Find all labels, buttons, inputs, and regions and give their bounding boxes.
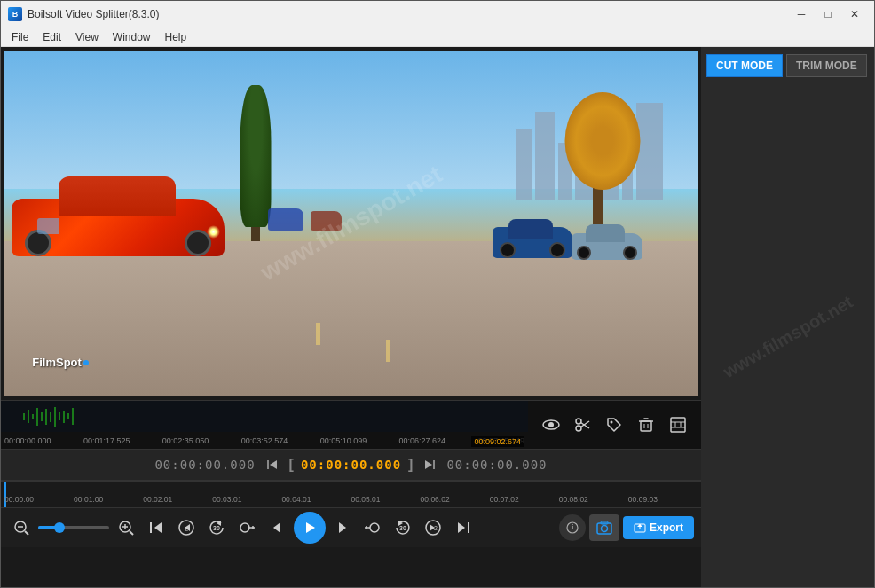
export-label: Export bbox=[650, 521, 683, 534]
tl-marker-4: 00:05:10.099 bbox=[320, 436, 367, 445]
forward-30s-button[interactable]: 30 bbox=[390, 514, 416, 541]
wb bbox=[63, 411, 65, 423]
skip-start-icon bbox=[148, 520, 164, 536]
play-button[interactable] bbox=[294, 512, 326, 544]
bg-car-1 bbox=[268, 208, 303, 231]
prev-segment-button[interactable]: 2 bbox=[173, 514, 200, 541]
next-segment-icon: 2 bbox=[424, 519, 442, 537]
step-forward-button[interactable] bbox=[329, 514, 356, 541]
silver-car bbox=[572, 221, 642, 265]
svg-text:30: 30 bbox=[213, 525, 220, 531]
menu-bar: File Edit View Window Help bbox=[1, 27, 874, 47]
rewind-30s-button[interactable]: 30 bbox=[203, 514, 230, 541]
wb bbox=[23, 413, 25, 420]
svg-line-23 bbox=[25, 531, 28, 535]
svg-text:2: 2 bbox=[434, 525, 438, 531]
scissors-icon bbox=[574, 416, 592, 434]
end-timecode[interactable]: 00:00:00.000 bbox=[446, 458, 547, 472]
timeline-bar[interactable]: 00:00:00.000 00:01:17.525 00:02:35.050 0… bbox=[1, 400, 701, 449]
svg-marker-40 bbox=[339, 522, 346, 533]
timecode-row: 00:00:00.000 [ 00:00:00.000 ] 00:00: bbox=[1, 449, 701, 481]
menu-edit[interactable]: Edit bbox=[35, 29, 68, 45]
key-right-button[interactable] bbox=[359, 514, 386, 541]
waveform-bars bbox=[4, 401, 92, 432]
ruler-tick-2: 00:02:01 bbox=[143, 495, 212, 504]
step-forward-icon bbox=[335, 521, 350, 535]
current-timecode[interactable]: 00:00:00.000 bbox=[301, 458, 401, 472]
red-car-roof bbox=[59, 176, 176, 216]
start-timecode[interactable]: 00:00:00.000 bbox=[154, 458, 255, 472]
delete-button[interactable] bbox=[634, 412, 658, 437]
cut-button[interactable] bbox=[571, 412, 595, 437]
svg-marker-39 bbox=[306, 522, 315, 533]
headlight-glare bbox=[207, 225, 220, 239]
svg-marker-38 bbox=[273, 522, 280, 533]
video-player[interactable]: www.filmspot.net FilmSpot bbox=[4, 51, 698, 396]
right-panel: CUT MODE TRIM MODE www.filmspot.net bbox=[701, 47, 874, 588]
snapshot-button[interactable] bbox=[589, 514, 619, 541]
eye-icon bbox=[542, 416, 560, 434]
ruler-tick-0: 00:00:00 bbox=[4, 495, 74, 504]
svg-point-1 bbox=[548, 422, 554, 427]
zoom-out-icon bbox=[13, 520, 29, 536]
wb bbox=[54, 407, 56, 427]
ruler-tick-8: 00:08:02 bbox=[559, 495, 628, 504]
step-back-button[interactable] bbox=[264, 514, 290, 541]
video-frame: www.filmspot.net FilmSpot bbox=[4, 51, 698, 396]
zoom-in-button[interactable] bbox=[113, 514, 139, 541]
wb bbox=[67, 413, 69, 419]
timeline-section: 00:00:00.000 00:01:17.525 00:02:35.050 0… bbox=[1, 400, 701, 547]
key-left-button[interactable] bbox=[233, 514, 260, 541]
info-button[interactable] bbox=[559, 514, 586, 541]
menu-view[interactable]: View bbox=[68, 29, 106, 45]
bracket-close: ] bbox=[408, 457, 413, 473]
maximize-button[interactable]: □ bbox=[816, 4, 840, 25]
controls-bar: 2 30 bbox=[1, 507, 701, 547]
svg-point-41 bbox=[370, 523, 379, 532]
export-button[interactable]: Export bbox=[623, 516, 694, 539]
blue-car-1 bbox=[493, 216, 572, 265]
go-end-button[interactable] bbox=[420, 455, 439, 474]
step-back-icon bbox=[270, 521, 284, 535]
tl-marker-0: 00:00:00.000 bbox=[4, 436, 51, 445]
app-title: Boilsoft Video Splitter(8.3.0) bbox=[28, 8, 789, 20]
ruler-tick-6: 00:06:02 bbox=[421, 495, 490, 504]
wb bbox=[41, 412, 43, 421]
info-icon bbox=[566, 521, 579, 534]
main-area: www.filmspot.net FilmSpot bbox=[1, 47, 874, 588]
tag-icon bbox=[605, 416, 623, 434]
mode-buttons: CUT MODE TRIM MODE bbox=[701, 47, 874, 84]
grid-button[interactable] bbox=[666, 412, 690, 437]
zoom-out-button[interactable] bbox=[8, 514, 35, 541]
skip-end-icon bbox=[455, 520, 471, 536]
prev-segment-icon: 2 bbox=[177, 519, 195, 537]
go-to-start-button[interactable] bbox=[143, 514, 169, 541]
go-start-button[interactable] bbox=[263, 455, 282, 474]
wb bbox=[32, 414, 34, 419]
svg-line-27 bbox=[130, 531, 133, 535]
svg-text:30: 30 bbox=[399, 525, 406, 531]
tag-button[interactable] bbox=[602, 412, 627, 437]
svg-rect-7 bbox=[641, 421, 651, 431]
key-icon bbox=[239, 520, 255, 536]
go-to-end-button[interactable] bbox=[450, 514, 477, 541]
right-panel-content: www.filmspot.net bbox=[701, 84, 874, 588]
svg-point-53 bbox=[572, 524, 573, 526]
trim-mode-button[interactable]: TRIM MODE bbox=[786, 54, 867, 77]
cut-mode-button[interactable]: CUT MODE bbox=[706, 54, 783, 77]
menu-help[interactable]: Help bbox=[158, 29, 194, 45]
preview-button[interactable] bbox=[539, 412, 564, 437]
close-button[interactable]: ✕ bbox=[842, 4, 867, 25]
menu-file[interactable]: File bbox=[4, 29, 35, 45]
filmspot-name: FilmSpot bbox=[32, 356, 82, 369]
minimize-button[interactable]: ─ bbox=[789, 4, 814, 25]
silver-car-roof bbox=[586, 224, 625, 242]
menu-window[interactable]: Window bbox=[106, 29, 158, 45]
ruler-tick-4: 00:04:01 bbox=[281, 495, 351, 504]
red-car bbox=[12, 168, 225, 265]
key-right-icon bbox=[365, 520, 381, 536]
next-segment-button[interactable]: 2 bbox=[420, 514, 446, 541]
silver-car-wheel-r bbox=[623, 246, 637, 260]
current-time-badge: 00:09:02.674 bbox=[471, 436, 524, 447]
zoom-slider[interactable] bbox=[38, 526, 109, 529]
